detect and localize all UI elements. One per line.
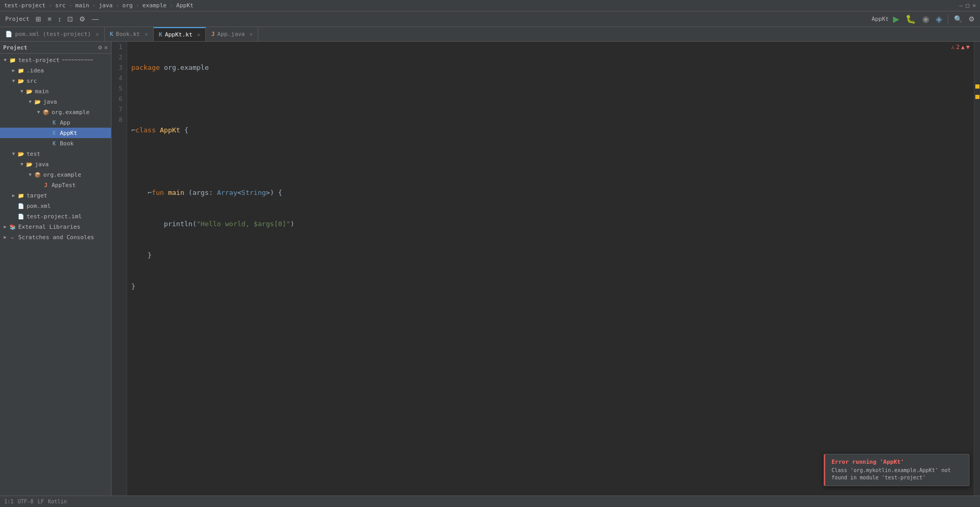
run-button[interactable]: ▶ bbox=[891, 13, 901, 25]
kotlin-book-icon: K bbox=[50, 139, 58, 147]
tab-appkt-close[interactable]: ✕ bbox=[197, 32, 200, 38]
maximize-icon[interactable]: □ bbox=[966, 2, 970, 9]
tree-item-org-example-test[interactable]: ▼ 📦 org.example bbox=[0, 169, 111, 180]
tab-pom[interactable]: 📄 pom.xml (test-project) ✕ bbox=[0, 27, 105, 41]
close-icon[interactable]: ✕ bbox=[972, 2, 976, 9]
scratch-icon: ✏ bbox=[8, 233, 17, 241]
breadcrumb-project: test-project bbox=[4, 2, 45, 9]
tab-appkt[interactable]: K AppKt.kt ✕ bbox=[154, 27, 206, 41]
line-numbers: 1 2 3 4 5 6 7 8 bbox=[111, 42, 127, 496]
coverage-button[interactable]: ◉ bbox=[920, 13, 932, 25]
tree-item-pomxml[interactable]: 📄 pom.xml bbox=[0, 201, 111, 211]
sidebar-tree: ▼ 📁 test-project ~~~~~~~~~~ ▶ 📁 .idea ▼ … bbox=[0, 54, 111, 496]
error-toast[interactable]: Error running 'AppKt' Class 'org.mykotli… bbox=[824, 454, 970, 486]
code-line-2 bbox=[131, 94, 970, 104]
package-icon: 📦 bbox=[42, 108, 50, 116]
toolbar-settings-btn[interactable]: ⚙ bbox=[77, 14, 88, 24]
title-bar-controls: — □ ✕ bbox=[959, 2, 976, 9]
folder-main-icon: 📂 bbox=[25, 87, 33, 95]
tree-item-test-project[interactable]: ▼ 📁 test-project ~~~~~~~~~~ bbox=[0, 55, 111, 65]
status-encoding: UTF-8 bbox=[18, 499, 33, 504]
scratches-label: Scratches and Consoles bbox=[18, 234, 94, 241]
tree-item-test[interactable]: ▼ 📂 test bbox=[0, 149, 111, 159]
iml-icon: 📄 bbox=[17, 212, 25, 220]
minimize-icon[interactable]: — bbox=[959, 2, 963, 9]
folder-java-icon: 📂 bbox=[33, 97, 42, 106]
ide-settings-btn[interactable]: ⚙ bbox=[966, 14, 977, 24]
breadcrumb-file: AppKt bbox=[176, 2, 193, 9]
error-icon: ⚠ bbox=[951, 44, 955, 51]
code-line-8: } bbox=[131, 281, 970, 292]
tree-item-target[interactable]: ▶ 📁 target bbox=[0, 190, 111, 201]
code-line-5: ⌐ fun main (args: Array<String>) { bbox=[131, 188, 970, 198]
search-button[interactable]: 🔍 bbox=[952, 14, 964, 24]
tree-item-book[interactable]: K Book bbox=[0, 138, 111, 149]
folder-idea-icon: 📁 bbox=[17, 66, 25, 75]
tree-item-testiml[interactable]: 📄 test-project.iml bbox=[0, 211, 111, 221]
sidebar-title: Project bbox=[3, 44, 27, 51]
gutter-mark-6 bbox=[975, 95, 979, 99]
right-gutter bbox=[974, 42, 980, 496]
debug-button[interactable]: 🐛 bbox=[903, 13, 918, 25]
tab-appkt-label: AppKt.kt bbox=[165, 31, 192, 38]
editor-content: 1 2 3 4 5 6 7 8 package org.example ⌐cla… bbox=[111, 42, 980, 496]
tab-book-close[interactable]: ✕ bbox=[145, 31, 148, 37]
folder-target-icon: 📁 bbox=[17, 191, 25, 200]
code-line-4 bbox=[131, 156, 970, 167]
sidebar-gear-icon[interactable]: ⚙ bbox=[98, 44, 102, 51]
appjava-icon: J bbox=[211, 31, 215, 38]
profile-button[interactable]: ◈ bbox=[934, 13, 944, 25]
tree-item-appkt[interactable]: K AppKt bbox=[0, 128, 111, 138]
toolbar-expand-btn[interactable]: ⊡ bbox=[65, 14, 75, 24]
error-count: 2 bbox=[956, 44, 960, 51]
toolbar: Project ⊞ ≡ ↕ ⊡ ⚙ — AppKt ▶ 🐛 ◉ ◈ 🔍 ⚙ bbox=[0, 11, 980, 27]
status-line-ending: LF bbox=[38, 499, 44, 504]
code-line-7: } bbox=[131, 250, 970, 261]
tree-item-java-main[interactable]: ▼ 📂 java bbox=[0, 96, 111, 107]
kotlin-app-icon: K bbox=[50, 118, 58, 127]
editor-area: ⚠ 2 ▲ ▼ 1 2 3 4 5 6 7 8 package org.exam… bbox=[111, 42, 980, 496]
breadcrumb-org: org bbox=[122, 2, 133, 9]
status-cursor: 1:1 bbox=[4, 499, 14, 504]
tab-pom-close[interactable]: ✕ bbox=[96, 31, 99, 37]
toolbar-sort-btn[interactable]: ↕ bbox=[56, 14, 64, 24]
tree-item-scratches[interactable]: ▶ ✏ Scratches and Consoles bbox=[0, 232, 111, 242]
toolbar-layout-btn[interactable]: ⊞ bbox=[33, 14, 43, 24]
folder-src-icon: 📂 bbox=[17, 77, 25, 85]
pom-icon: 📄 bbox=[5, 31, 13, 38]
tree-item-src[interactable]: ▼ 📂 src bbox=[0, 76, 111, 86]
error-badge[interactable]: ⚠ 2 ▲ ▼ bbox=[951, 44, 970, 51]
toast-body: Class 'org.mykotlin.example.AppKt' not f… bbox=[832, 467, 963, 481]
tree-item-extlibs[interactable]: ▶ 📚 External Libraries bbox=[0, 221, 111, 232]
status-bar: 1:1 UTF-8 LF Kotlin bbox=[0, 496, 980, 507]
tree-item-main[interactable]: ▼ 📂 main bbox=[0, 86, 111, 96]
folder-icon: 📁 bbox=[8, 56, 17, 64]
folder-test-icon: 📂 bbox=[17, 150, 25, 158]
sidebar-close-icon[interactable]: ✕ bbox=[104, 44, 108, 51]
java-apptest-icon: J bbox=[42, 181, 50, 189]
tree-item-apptest[interactable]: J AppTest bbox=[0, 180, 111, 190]
sidebar-header: Project ⚙ ✕ bbox=[0, 42, 111, 54]
tab-book[interactable]: K Book.kt ✕ bbox=[105, 27, 154, 41]
title-bar: test-project › src › main › java › org ›… bbox=[0, 0, 980, 11]
tree-item-app[interactable]: K App bbox=[0, 117, 111, 128]
kotlin-appkt-icon: K bbox=[50, 129, 58, 137]
tab-book-label: Book.kt bbox=[116, 31, 140, 38]
appkt-icon: K bbox=[159, 31, 163, 38]
tree-item-java-test[interactable]: ▼ 📂 java bbox=[0, 159, 111, 169]
run-config-name: AppKt bbox=[872, 16, 889, 22]
tree-item-org-example-main[interactable]: ▼ 📦 org.example bbox=[0, 107, 111, 117]
breadcrumb-src: src bbox=[55, 2, 66, 9]
toolbar-close-btn[interactable]: — bbox=[90, 14, 101, 24]
main-area: Project ⚙ ✕ ▼ 📁 test-project ~~~~~~~~~~ … bbox=[0, 42, 980, 496]
tabs-bar: 📄 pom.xml (test-project) ✕ K Book.kt ✕ K… bbox=[0, 27, 980, 42]
gutter-mark-5 bbox=[975, 84, 979, 89]
xml-icon: 📄 bbox=[17, 202, 25, 210]
toast-title: Error running 'AppKt' bbox=[832, 459, 963, 465]
tree-item-idea[interactable]: ▶ 📁 .idea bbox=[0, 65, 111, 76]
code-area[interactable]: package org.example ⌐class AppKt { ⌐ fun… bbox=[127, 42, 974, 496]
tab-appjava[interactable]: J App.java ✕ bbox=[206, 27, 258, 41]
tab-appjava-close[interactable]: ✕ bbox=[250, 31, 253, 37]
toolbar-list-btn[interactable]: ≡ bbox=[45, 14, 54, 24]
code-line-3: ⌐class AppKt { bbox=[131, 125, 970, 135]
